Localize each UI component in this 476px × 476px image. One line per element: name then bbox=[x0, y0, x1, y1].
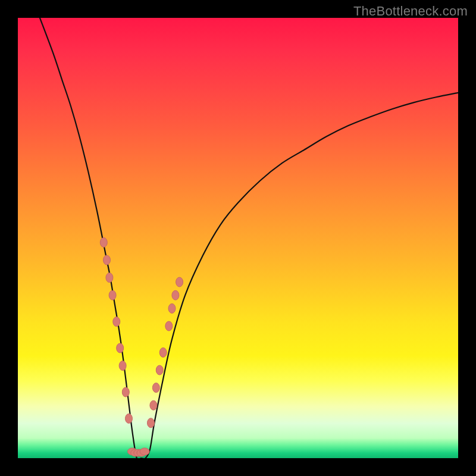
data-dot bbox=[103, 255, 110, 265]
plot-area bbox=[18, 18, 458, 458]
data-dot bbox=[156, 365, 163, 375]
chart-svg bbox=[18, 18, 458, 458]
data-dot bbox=[106, 273, 113, 283]
data-dot bbox=[122, 387, 129, 397]
data-dot bbox=[125, 414, 132, 423]
data-dot bbox=[119, 361, 126, 371]
data-dot bbox=[159, 347, 167, 357]
dots-bottom-flat bbox=[127, 448, 149, 456]
data-dot bbox=[172, 290, 179, 300]
chart-frame: TheBottleneck.com bbox=[0, 0, 476, 476]
data-dot bbox=[109, 290, 116, 300]
data-dot bbox=[117, 343, 124, 353]
data-dot bbox=[168, 303, 176, 313]
data-dot bbox=[147, 418, 154, 428]
data-dot bbox=[100, 237, 107, 247]
data-dot bbox=[140, 448, 149, 455]
data-dot bbox=[176, 277, 183, 287]
watermark-text: TheBottleneck.com bbox=[353, 4, 468, 19]
dots-right-branch bbox=[147, 277, 183, 428]
data-dot bbox=[150, 400, 157, 410]
dots-left-branch bbox=[100, 237, 132, 423]
data-dot bbox=[113, 317, 120, 327]
data-dot bbox=[165, 321, 173, 331]
data-dot bbox=[152, 383, 159, 393]
